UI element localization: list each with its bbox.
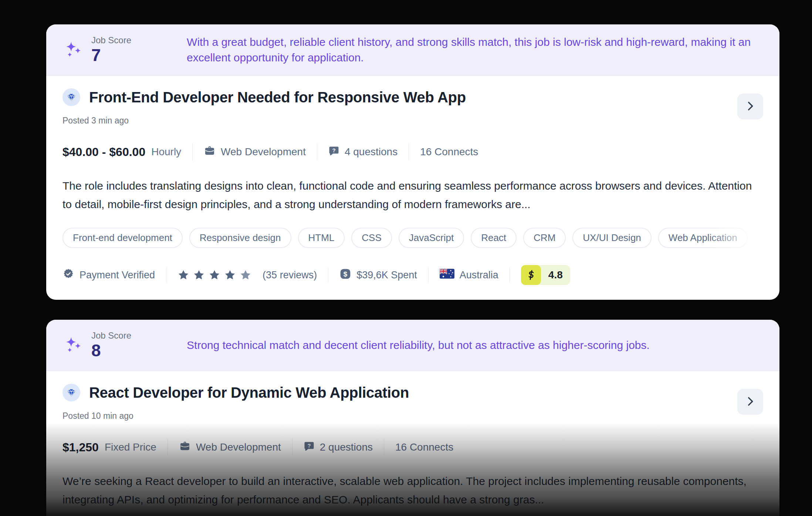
ai-insight-text: With a great budget, reliable client his… [187,34,758,65]
job-card: Job Score 8 Strong technical match and d… [46,320,779,516]
skill-tag: CRM [523,228,566,248]
question-bubble-icon: ? [304,441,315,454]
skill-tag: React [471,228,517,248]
job-score-block: Job Score 7 [91,35,131,64]
job-connects-label: 16 Connects [395,441,453,453]
gem-icon [62,384,80,401]
briefcase-icon [204,145,216,159]
ai-insight-text: Strong technical match and decent client… [187,337,650,353]
client-score-badge: 4.8 [521,265,570,285]
skill-tag: Front-end development [62,228,183,248]
tags-fade-overlay [708,228,763,248]
job-questions-label: 4 questions [345,146,397,158]
australia-flag-icon [440,269,454,281]
star-icon [224,269,236,281]
job-title-row: React Developer for Dynamic Web Applicat… [62,384,763,401]
job-score-label: Job Score [91,35,131,46]
client-location-item: Australia [440,269,498,281]
job-meta-row: $40.00 - $60.00 Hourly Web Development ?… [62,143,763,160]
star-icon [209,269,220,281]
job-questions-label: 2 questions [320,441,373,453]
skill-tag: JavaScript [399,228,464,248]
skill-tag: UX/UI Design [572,228,652,248]
job-questions-item: ? 4 questions [328,145,397,159]
job-title[interactable]: React Developer for Dynamic Web Applicat… [89,384,409,401]
job-category-label: Web Development [196,441,281,453]
job-score-block: Job Score 8 [91,330,131,360]
money-icon [521,265,541,285]
skill-tags-row: Front-end development Responsive design … [62,228,763,248]
job-price: $40.00 - $60.00 [62,145,145,159]
client-country-label: Australia [460,269,498,281]
svg-text:?: ? [307,442,311,448]
job-card-body: React Developer for Dynamic Web Applicat… [46,371,779,516]
client-score-value: 4.8 [541,269,570,281]
dollar-square-icon: $ [339,268,351,282]
divider [317,143,317,160]
job-title-row: Front-End Developer Needed for Responsiv… [62,88,763,106]
job-connects-label: 16 Connects [420,146,478,158]
client-spent-label: $39,6K Spent [356,269,417,281]
divider [192,143,193,160]
divider [384,439,384,456]
payment-verified-label: Payment Verified [79,269,155,281]
client-spent-item: $ $39,6K Spent [339,268,417,282]
chevron-right-icon [744,100,757,113]
divider [292,439,292,456]
job-card: Job Score 7 With a great budget, reliabl… [46,24,779,300]
job-meta-row: $1,250 Fixed Price Web Development ? 2 q… [62,439,763,456]
badge-check-icon [62,268,74,282]
job-description: The role includes translating designs in… [62,177,763,214]
job-price-term: Fixed Price [105,441,156,453]
divider [409,143,409,160]
client-rating-item: (35 reviews) [177,269,317,281]
job-connects-item: 16 Connects [420,146,478,158]
job-questions-item: ? 2 questions [304,441,373,454]
skill-tag: Responsive design [189,228,291,248]
briefcase-icon [179,440,191,455]
job-category-label: Web Development [221,146,306,158]
divider [510,267,510,283]
reviews-count: (35 reviews) [263,269,317,281]
job-score-header: Job Score 7 With a great budget, reliabl… [46,24,779,76]
divider [328,267,328,283]
posted-time: Posted 3 min ago [62,116,763,126]
payment-verified-item: Payment Verified [62,268,155,282]
question-bubble-icon: ? [328,145,339,159]
posted-time: Posted 10 min ago [62,411,763,421]
job-price: $1,250 [62,441,99,454]
sparkles-icon [62,40,83,60]
job-score-label: Job Score [91,330,131,341]
star-icon [240,269,251,281]
job-score-group: Job Score 8 [62,330,131,360]
sparkles-icon [62,335,83,356]
skill-tag: HTML [298,228,345,248]
job-card-body: Front-End Developer Needed for Responsiv… [46,76,779,300]
open-job-button[interactable] [737,94,763,119]
job-score-header: Job Score 8 Strong technical match and d… [46,320,779,371]
job-score-value: 7 [91,46,131,65]
star-icon [177,269,189,281]
job-score-value: 8 [91,341,131,360]
svg-text:$: $ [344,270,348,278]
rating-stars [177,269,251,281]
gem-icon [62,88,80,106]
job-category-item: Web Development [179,440,281,455]
skill-tag: CSS [351,228,392,248]
divider [428,267,429,283]
job-connects-item: 16 Connects [395,441,453,453]
star-icon [193,269,205,281]
job-price-term: Hourly [151,146,181,158]
open-job-button[interactable] [737,389,763,415]
job-description: We’re seeking a React developer to build… [62,472,763,509]
divider [166,267,166,283]
chevron-right-icon [744,395,757,409]
svg-text:?: ? [332,147,335,153]
job-category-item: Web Development [204,145,306,159]
job-score-group: Job Score 7 [62,35,131,64]
job-title[interactable]: Front-End Developer Needed for Responsiv… [89,89,466,106]
divider [168,439,168,456]
client-info-row: Payment Verified (35 reviews) $ $39,6K S… [62,265,763,285]
